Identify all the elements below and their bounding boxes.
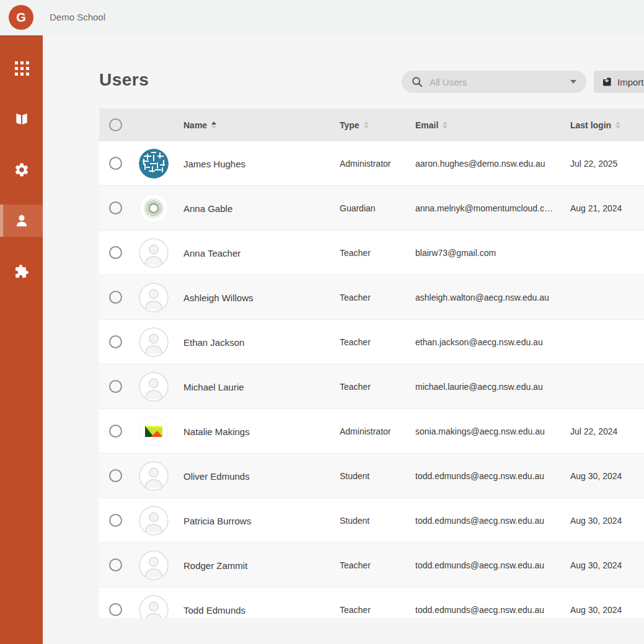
sidebar-item-apps[interactable]	[0, 52, 43, 84]
user-type: Guardian	[340, 186, 409, 231]
avatar	[139, 506, 169, 536]
row-checkbox[interactable]	[109, 291, 122, 304]
table-row[interactable]: Rodger ZammitTeachertodd.edmunds@aecg.ns…	[99, 543, 644, 588]
chevron-down-icon[interactable]	[570, 80, 576, 84]
table-row[interactable]: Michael LaurieTeachermichael.laurie@aecg…	[99, 364, 644, 409]
user-email: ashleigh.walton@aecg.nsw.edu.au	[415, 275, 563, 320]
gear-icon	[14, 162, 30, 178]
last-login: Aug 30, 2024	[570, 498, 644, 543]
top-bar: G Demo School	[0, 0, 644, 35]
user-name: Anna Gable	[183, 186, 332, 231]
row-checkbox[interactable]	[109, 246, 122, 259]
app-logo[interactable]: G	[9, 5, 33, 30]
user-name: Oliver Edmunds	[183, 454, 332, 498]
user-type: Teacher	[340, 543, 409, 588]
table-row[interactable]: James HughesAdministratoraaron.hughes@de…	[99, 141, 644, 186]
row-checkbox[interactable]	[109, 201, 122, 214]
table-row[interactable]: Anna GableGuardiananna.melnyk@momentumcl…	[99, 186, 644, 231]
column-header-type[interactable]: Type	[340, 108, 369, 141]
row-checkbox[interactable]	[109, 335, 122, 348]
user-email: todd.edmunds@aecg.nsw.edu.au	[415, 543, 563, 588]
avatar	[139, 327, 169, 357]
table-body: James HughesAdministratoraaron.hughes@de…	[99, 141, 644, 618]
user-name: Todd Edmunds	[183, 588, 332, 618]
row-checkbox[interactable]	[109, 603, 122, 616]
row-checkbox[interactable]	[109, 425, 122, 438]
user-filter-select[interactable]	[402, 71, 586, 93]
table-row[interactable]: Oliver EdmundsStudenttodd.edmunds@aecg.n…	[99, 454, 644, 498]
user-email: ethan.jackson@aecg.nsw.edu.au	[415, 320, 563, 364]
user-type: Teacher	[340, 320, 409, 364]
row-checkbox[interactable]	[109, 380, 122, 393]
sort-arrows-icon[interactable]	[615, 121, 620, 129]
column-label: Email	[415, 120, 438, 130]
column-label: Last login	[570, 120, 611, 130]
puzzle-icon	[14, 264, 29, 279]
last-login	[570, 231, 644, 275]
last-login: Aug 30, 2024	[570, 454, 644, 498]
search-input[interactable]	[430, 77, 570, 87]
user-email: todd.edmunds@aecg.nsw.edu.au	[415, 454, 563, 498]
row-checkbox[interactable]	[109, 469, 122, 482]
avatar	[139, 238, 169, 268]
last-login	[570, 364, 644, 409]
avatar	[139, 193, 169, 223]
user-email: michael.laurie@aecg.nsw.edu.au	[415, 364, 563, 409]
select-all-checkbox[interactable]	[109, 118, 122, 131]
user-name: Patricia Burrows	[183, 498, 332, 543]
column-header-name[interactable]: Name	[183, 108, 216, 141]
users-table: NameTypeEmailLast login James HughesAdmi…	[99, 108, 644, 618]
column-header-login[interactable]: Last login	[570, 108, 620, 141]
sidebar-item-users[interactable]	[0, 205, 43, 237]
table-row[interactable]: Patricia BurrowsStudenttodd.edmunds@aecg…	[99, 498, 644, 543]
avatar	[139, 283, 169, 312]
user-name: James Hughes	[183, 141, 332, 186]
user-name: Ethan Jackson	[183, 320, 332, 364]
user-email: blairw73@gmail.com	[415, 231, 563, 275]
import-button[interactable]: Import	[594, 71, 644, 93]
school-name: Demo School	[50, 12, 105, 22]
row-checkbox[interactable]	[109, 558, 122, 571]
last-login: Aug 21, 2024	[570, 186, 644, 231]
user-type: Student	[340, 454, 409, 498]
table-row[interactable]: Ashleigh WillowsTeacherashleigh.walton@a…	[99, 275, 644, 320]
user-type: Teacher	[340, 364, 409, 409]
person-icon	[14, 213, 30, 229]
row-checkbox[interactable]	[109, 514, 122, 527]
user-type: Student	[340, 498, 409, 543]
user-email: todd.edmunds@aecg.nsw.edu.au	[415, 588, 563, 618]
sort-arrows-icon[interactable]	[364, 121, 369, 129]
column-label: Name	[183, 120, 207, 130]
user-type: Teacher	[340, 588, 409, 618]
user-type: Administrator	[340, 141, 409, 186]
app-window: G Demo School Users Import NameTypeEmai	[0, 0, 644, 644]
table-row[interactable]: Todd EdmundsTeachertodd.edmunds@aecg.nsw…	[99, 588, 644, 618]
sidebar-item-integrations[interactable]	[0, 255, 43, 288]
user-name: Michael Laurie	[183, 364, 332, 409]
table-header-row: NameTypeEmailLast login	[99, 108, 644, 141]
row-checkbox[interactable]	[109, 157, 122, 170]
table-row[interactable]: Natalie MakingsAdministratorsonia.making…	[99, 409, 644, 454]
user-type: Teacher	[340, 231, 409, 275]
book-icon	[14, 111, 30, 127]
table-row[interactable]: Ethan JacksonTeacherethan.jackson@aecg.n…	[99, 320, 644, 364]
search-icon	[412, 76, 423, 87]
table-row[interactable]: Anna TeacherTeacherblairw73@gmail.com	[99, 231, 644, 275]
sort-arrows-icon[interactable]	[443, 121, 448, 129]
avatar	[139, 417, 169, 446]
sort-arrows-icon[interactable]	[211, 121, 216, 129]
user-name: Ashleigh Willows	[183, 275, 332, 320]
last-login	[570, 320, 644, 364]
sidebar-item-classes[interactable]	[0, 103, 43, 135]
column-header-email[interactable]: Email	[415, 108, 448, 141]
user-email: anna.melnyk@momentumcloud.c…	[415, 186, 563, 231]
user-type: Teacher	[340, 275, 409, 320]
user-email: todd.edmunds@aecg.nsw.edu.au	[415, 498, 563, 543]
sidebar-item-settings[interactable]	[0, 154, 43, 186]
grid-icon	[14, 60, 30, 76]
avatar	[139, 550, 169, 580]
avatar	[139, 149, 169, 179]
avatar	[139, 461, 169, 491]
user-email: sonia.makings@aecg.nsw.edu.au	[415, 409, 563, 454]
last-login: Jul 22, 2025	[570, 141, 644, 186]
